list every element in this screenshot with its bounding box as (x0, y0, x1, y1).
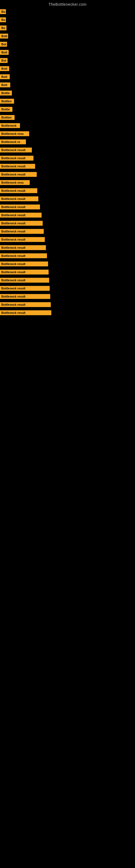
label-box: Bottleneck result (0, 261, 48, 267)
label-box: Bottleneck result (0, 237, 45, 242)
list-item: Bottleneck result (0, 227, 135, 236)
list-item: Bott (0, 48, 135, 56)
list-item: Bottle (0, 89, 135, 97)
label-box: Bottleneck result (0, 164, 35, 169)
list-item: Bott (0, 32, 135, 40)
label-box: Bottleneck resu (0, 180, 30, 185)
label-box: Bottleneck result (0, 229, 44, 234)
list-item: Bottleneck result (0, 154, 135, 162)
list-item: Bottleneck result (0, 244, 135, 252)
label-box: Bott (0, 66, 9, 71)
list-item: Bottleneck resu (0, 130, 135, 138)
label-box: Bottleneck result (0, 172, 37, 177)
list-item: Bottleneck result (0, 252, 135, 260)
list-item: Bottleneck result (0, 146, 135, 154)
label-box: Bott (0, 74, 10, 79)
label-box: Bottlen (0, 115, 14, 120)
label-box: Bottleneck re (0, 140, 26, 144)
label-box: Bo (0, 26, 6, 30)
list-item: Bottleneck result (0, 170, 135, 179)
label-box: Bottle (0, 91, 12, 95)
list-item: Bot (0, 40, 135, 48)
list-item: Bottleneck result (0, 195, 135, 203)
label-box: Bo (0, 9, 6, 14)
label-box: Bottlen (0, 99, 14, 104)
label-box: Bottleneck result (0, 205, 40, 209)
label-box: Bottleneck result (0, 245, 46, 250)
list-item: Bottleneck result (0, 309, 135, 317)
list-item: Bottleneck re (0, 138, 135, 146)
list-item: Bottlen (0, 97, 135, 105)
list-item: Bottle (0, 105, 135, 113)
list-item: Bottleneck result (0, 292, 135, 301)
label-box: Bot (0, 58, 8, 63)
list-item: Bottleneck result (0, 284, 135, 292)
label-box: Bottleneck (0, 123, 20, 128)
label-box: Bott (0, 50, 9, 55)
list-item: Bottleneck result (0, 187, 135, 195)
label-box: Bottleneck result (0, 310, 51, 315)
list-item: Bot (0, 56, 135, 65)
label-box: Bot (0, 42, 7, 46)
label-box: Bottleneck result (0, 213, 42, 218)
list-item: Bott (0, 73, 135, 81)
list-item: Bottleneck result (0, 276, 135, 284)
label-box: Bottleneck result (0, 278, 49, 283)
label-box: Bottleneck result (0, 188, 37, 193)
list-item: Bottleneck result (0, 162, 135, 170)
list-item: Bottleneck (0, 122, 135, 130)
label-box: Bottleneck result (0, 286, 50, 291)
list-item: Bottleneck result (0, 203, 135, 211)
list-item: Bott (0, 65, 135, 73)
list-item: Bottleneck resu (0, 179, 135, 187)
label-box: Bottle (0, 107, 12, 112)
label-box: Bottleneck result (0, 302, 51, 307)
list-item: Bottleneck result (0, 211, 135, 219)
list-item: Bottleneck result (0, 301, 135, 309)
list-item: Bo (0, 16, 135, 24)
label-box: Bottleneck result (0, 253, 47, 258)
list-item: Bo (0, 8, 135, 16)
label-box: Bott (0, 83, 10, 87)
list-item: Bottleneck result (0, 260, 135, 268)
label-box: Bottleneck result (0, 221, 43, 226)
list-item: Bo (0, 24, 135, 32)
list-item: Bottlen (0, 113, 135, 122)
label-box: Bottleneck result (0, 148, 32, 152)
label-box: Bottleneck result (0, 156, 34, 161)
label-box: Bottleneck result (0, 294, 50, 299)
list-item: Bottleneck result (0, 236, 135, 244)
list-item: Bottleneck result (0, 268, 135, 276)
label-box: Bott (0, 34, 8, 38)
list-item: Bottleneck result (0, 219, 135, 227)
site-title: TheBottlenecker.com (0, 0, 135, 8)
label-box: Bo (0, 18, 6, 22)
label-box: Bottleneck resu (0, 131, 29, 136)
list-item: Bott (0, 81, 135, 89)
label-box: Bottleneck result (0, 270, 49, 275)
label-box: Bottleneck result (0, 196, 38, 201)
